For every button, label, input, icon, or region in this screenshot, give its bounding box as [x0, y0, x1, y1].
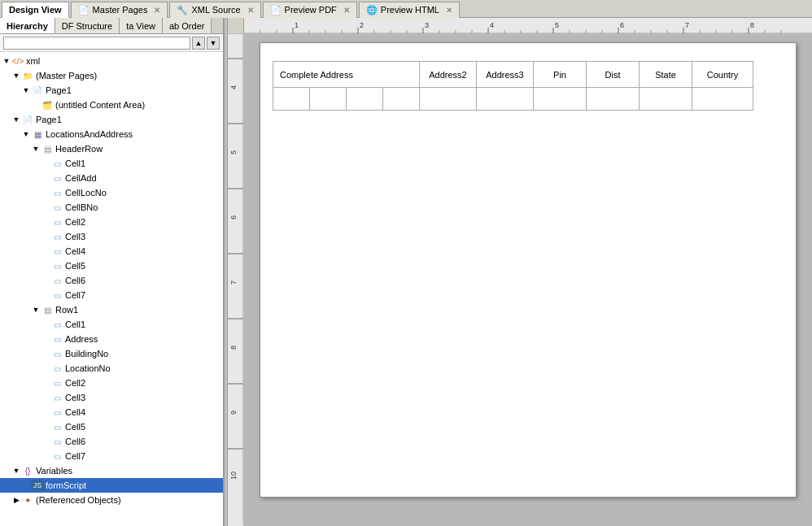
svg-text:8: 8 — [229, 346, 238, 350]
tree-node-cell6-h[interactable]: ▶ ▭ Cell6 — [0, 273, 223, 288]
tree-node-cell2-h[interactable]: ▶ ▭ Cell2 — [0, 215, 223, 229]
expand-cell4-h[interactable]: ▶ — [41, 246, 50, 256]
expand-cell5-h[interactable]: ▶ — [41, 261, 50, 271]
tree-node-ref-objects[interactable]: ▶ ✦ (Referenced Objects) — [0, 493, 223, 507]
tree-node-cell2-r[interactable]: ▶ ▭ Cell2 — [0, 376, 223, 390]
expand-cell1-h[interactable]: ▶ — [41, 159, 50, 168]
expand-cell6-r[interactable]: ▶ — [41, 437, 50, 446]
expand-master-pages[interactable]: ▼ — [11, 71, 21, 80]
tree-node-variables[interactable]: ▼ {} Variables — [0, 463, 223, 478]
expand-celllocno[interactable]: ▶ — [41, 188, 50, 198]
df-structure-tab-label: DF Structure — [62, 21, 112, 31]
ruler-svg: 1 2 3 4 5 6 7 8 — [244, 18, 812, 33]
address-icon: ▭ — [50, 333, 63, 345]
tab-hierarchy[interactable]: Hierarchy — [0, 18, 55, 33]
expand-ref-objects[interactable]: ▶ — [11, 495, 21, 505]
search-input[interactable] — [3, 37, 190, 50]
celllocno-icon: ▭ — [50, 187, 63, 198]
tree-node-cell7-r[interactable]: ▶ ▭ Cell7 — [0, 449, 223, 463]
tree-node-content-area[interactable]: ▶ 🗂️ (untitled Content Area) — [0, 98, 223, 112]
data-cell-10 — [692, 88, 753, 111]
expand-locationno[interactable]: ▶ — [41, 363, 50, 373]
expand-cell2-h[interactable]: ▶ — [41, 217, 50, 227]
tree-node-page1[interactable]: ▼ 📄 Page1 — [0, 112, 223, 127]
tree-node-page1-master[interactable]: ▼ 📄 Page1 — [0, 83, 223, 98]
tree-node-cell5-r[interactable]: ▶ ▭ Cell5 — [0, 419, 223, 434]
expand-content-area[interactable]: ▶ — [31, 100, 41, 110]
master-pages-close-icon[interactable]: ✕ — [154, 6, 160, 15]
expand-xml[interactable]: ▼ — [2, 56, 11, 66]
tree-node-address[interactable]: ▶ ▭ Address — [0, 332, 223, 346]
tree-node-cell1-h[interactable]: ▶ ▭ Cell1 — [0, 156, 223, 171]
expand-cell3-h[interactable]: ▶ — [41, 232, 50, 241]
xml-source-close-icon[interactable]: ✕ — [247, 6, 254, 15]
preview-html-close-icon[interactable]: ✕ — [446, 6, 452, 15]
tab-preview-pdf[interactable]: 📄 Preview PDF ✕ — [263, 2, 357, 18]
locationno-label: LocationNo — [65, 363, 111, 373]
expand-celladd[interactable]: ▶ — [41, 173, 50, 183]
tree-node-xml[interactable]: ▼ </> xml — [0, 54, 223, 68]
preview-pdf-close-icon[interactable]: ✕ — [343, 6, 350, 15]
header-country: Country — [692, 62, 753, 88]
pin-label: Pin — [553, 70, 566, 80]
tree-node-celladd[interactable]: ▶ ▭ CellAdd — [0, 171, 223, 185]
tree-node-cell4-r[interactable]: ▶ ▭ Cell4 — [0, 405, 223, 419]
expand-variables[interactable]: ▼ — [11, 466, 21, 476]
tree-node-cell5-h[interactable]: ▶ ▭ Cell5 — [0, 259, 223, 273]
expand-cell3-r[interactable]: ▶ — [41, 393, 50, 402]
expand-page1-master[interactable]: ▼ — [21, 85, 31, 95]
expand-cell5-r[interactable]: ▶ — [41, 422, 50, 432]
tree-node-cell7-h[interactable]: ▶ ▭ Cell7 — [0, 288, 223, 302]
tree-node-master-pages[interactable]: ▼ 📁 (Master Pages) — [0, 68, 223, 83]
expand-buildingno[interactable]: ▶ — [41, 349, 50, 359]
master-pages-label: (Master Pages) — [36, 71, 97, 80]
data-cell-7 — [534, 88, 587, 111]
tab-df-structure[interactable]: DF Structure — [55, 18, 120, 33]
master-pages-icon: 📄 — [78, 5, 89, 15]
expand-locations[interactable]: ▼ — [21, 129, 31, 139]
tree-node-buildingno[interactable]: ▶ ▭ BuildingNo — [0, 346, 223, 361]
tab-ab-order[interactable]: ab Order — [163, 18, 212, 33]
tree-node-cell6-r[interactable]: ▶ ▭ Cell6 — [0, 434, 223, 449]
tab-master-pages[interactable]: 📄 Master Pages ✕ — [71, 2, 168, 18]
tree-node-cellbno[interactable]: ▶ ▭ CellBNo — [0, 200, 223, 215]
expand-cell6-h[interactable]: ▶ — [41, 276, 50, 285]
expand-cell7-r[interactable]: ▶ — [41, 451, 50, 461]
tree-node-locations[interactable]: ▼ ▦ LocationsAndAddress — [0, 127, 223, 141]
tree-node-row1[interactable]: ▼ ▤ Row1 — [0, 302, 223, 317]
tree-node-locationno[interactable]: ▶ ▭ LocationNo — [0, 361, 223, 376]
tree-node-headerrow[interactable]: ▼ ▤ HeaderRow — [0, 141, 223, 156]
data-cell-6 — [477, 88, 534, 111]
tab-design-view[interactable]: Design View — [2, 2, 69, 18]
expand-formscript[interactable]: ▶ — [21, 480, 31, 490]
svg-text:6: 6 — [620, 21, 624, 29]
tree-node-cell4-h[interactable]: ▶ ▭ Cell4 — [0, 244, 223, 259]
tree-node-cell3-r[interactable]: ▶ ▭ Cell3 — [0, 390, 223, 405]
expand-cellbno[interactable]: ▶ — [41, 202, 50, 212]
cell7-r-label: Cell7 — [65, 451, 85, 461]
preview-html-tab-label: Preview HTML — [381, 5, 439, 15]
tree-node-cell3-h[interactable]: ▶ ▭ Cell3 — [0, 229, 223, 244]
tree-node-cell1-r[interactable]: ▶ ▭ Cell1 — [0, 317, 223, 332]
expand-page1[interactable]: ▼ — [11, 115, 21, 124]
expand-cell2-r[interactable]: ▶ — [41, 378, 50, 388]
expand-address[interactable]: ▶ — [41, 334, 50, 344]
hierarchy-tab-label: Hierarchy — [7, 21, 48, 31]
data-cell-4 — [383, 88, 420, 111]
expand-cell4-r[interactable]: ▶ — [41, 407, 50, 417]
expand-cell7-h[interactable]: ▶ — [41, 290, 50, 300]
tab-xml-source[interactable]: 🔧 XML Source ✕ — [169, 2, 260, 18]
tree-node-celllocno[interactable]: ▶ ▭ CellLocNo — [0, 185, 223, 200]
expand-cell1-r[interactable]: ▶ — [41, 320, 50, 329]
search-up-button[interactable]: ▲ — [192, 37, 205, 50]
tree-node-formscript[interactable]: ▶ JS formScript — [0, 478, 223, 493]
preview-pdf-tab-label: Preview PDF — [285, 5, 337, 15]
cell7-r-icon: ▭ — [50, 450, 63, 462]
search-down-button[interactable]: ▼ — [207, 37, 220, 50]
xml-source-tab-label: XML Source — [191, 5, 240, 15]
form-table: Complete Address Address2 Address3 — [273, 61, 753, 111]
tab-preview-html[interactable]: 🌐 Preview HTML ✕ — [359, 2, 460, 18]
expand-row1[interactable]: ▼ — [31, 305, 41, 315]
expand-headerrow[interactable]: ▼ — [31, 144, 41, 154]
tab-ta-view[interactable]: ta View — [120, 18, 163, 33]
